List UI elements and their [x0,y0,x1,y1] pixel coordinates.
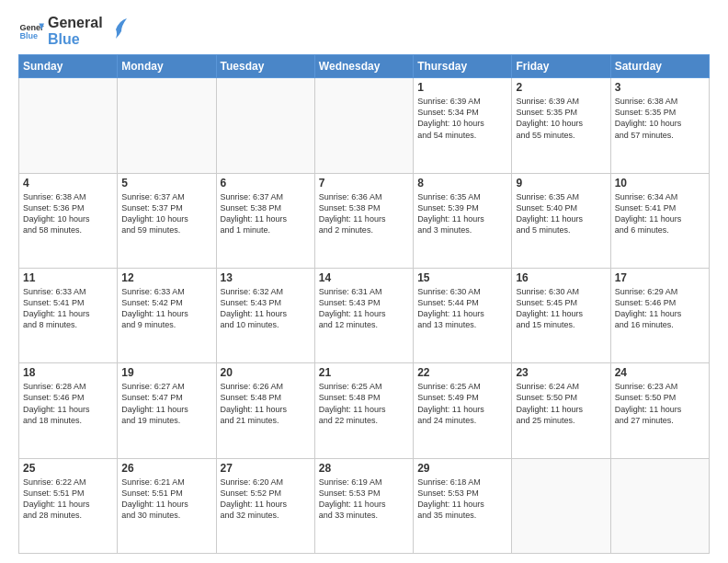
col-wednesday: Wednesday [314,55,413,78]
calendar-table: Sunday Monday Tuesday Wednesday Thursday… [18,54,710,554]
day-number: 4 [23,177,113,190]
calendar-cell: 10Sunrise: 6:34 AM Sunset: 5:41 PM Dayli… [610,173,709,268]
day-info: Sunrise: 6:37 AM Sunset: 5:38 PM Dayligh… [221,191,311,236]
logo-bird-icon [108,17,127,42]
calendar-cell: 27Sunrise: 6:20 AM Sunset: 5:52 PM Dayli… [216,458,314,553]
day-info: Sunrise: 6:38 AM Sunset: 5:35 PM Dayligh… [615,96,705,141]
calendar-week-row: 11Sunrise: 6:33 AM Sunset: 5:41 PM Dayli… [19,268,710,362]
day-number: 8 [417,177,507,190]
day-number: 5 [121,177,211,190]
calendar-cell: 11Sunrise: 6:33 AM Sunset: 5:41 PM Dayli… [19,268,118,362]
day-info: Sunrise: 6:38 AM Sunset: 5:36 PM Dayligh… [23,191,113,236]
calendar-week-row: 4Sunrise: 6:38 AM Sunset: 5:36 PM Daylig… [19,173,710,268]
day-info: Sunrise: 6:34 AM Sunset: 5:41 PM Dayligh… [615,191,705,236]
calendar-cell [512,458,610,553]
day-info: Sunrise: 6:21 AM Sunset: 5:51 PM Dayligh… [121,477,211,522]
day-number: 20 [221,366,311,379]
svg-text:Blue: Blue [19,31,38,40]
day-info: Sunrise: 6:27 AM Sunset: 5:47 PM Dayligh… [121,381,211,426]
day-number: 11 [23,271,113,284]
col-saturday: Saturday [610,55,709,78]
calendar-cell: 9Sunrise: 6:35 AM Sunset: 5:40 PM Daylig… [512,173,610,268]
calendar-cell [216,78,314,173]
day-info: Sunrise: 6:20 AM Sunset: 5:52 PM Dayligh… [221,477,311,522]
calendar-cell: 29Sunrise: 6:18 AM Sunset: 5:53 PM Dayli… [414,458,512,553]
calendar-cell: 7Sunrise: 6:36 AM Sunset: 5:38 PM Daylig… [314,173,413,268]
col-tuesday: Tuesday [216,55,314,78]
day-number: 14 [319,271,409,284]
day-info: Sunrise: 6:23 AM Sunset: 5:50 PM Dayligh… [615,381,705,426]
calendar-cell: 28Sunrise: 6:19 AM Sunset: 5:53 PM Dayli… [314,458,413,553]
day-number: 26 [121,462,211,475]
day-info: Sunrise: 6:36 AM Sunset: 5:38 PM Dayligh… [319,191,409,236]
calendar-cell: 5Sunrise: 6:37 AM Sunset: 5:37 PM Daylig… [118,173,216,268]
day-number: 17 [615,271,705,284]
page: General Blue General Blue Sunday Monday … [0,0,728,563]
day-info: Sunrise: 6:37 AM Sunset: 5:37 PM Dayligh… [121,191,211,236]
col-monday: Monday [118,55,216,78]
calendar-week-row: 25Sunrise: 6:22 AM Sunset: 5:51 PM Dayli… [19,458,710,553]
calendar-cell: 25Sunrise: 6:22 AM Sunset: 5:51 PM Dayli… [19,458,118,553]
day-info: Sunrise: 6:24 AM Sunset: 5:50 PM Dayligh… [516,381,606,426]
day-number: 24 [615,366,705,379]
calendar-cell: 20Sunrise: 6:26 AM Sunset: 5:48 PM Dayli… [216,363,314,458]
day-info: Sunrise: 6:29 AM Sunset: 5:46 PM Dayligh… [615,286,705,331]
day-number: 13 [221,271,311,284]
calendar-cell: 4Sunrise: 6:38 AM Sunset: 5:36 PM Daylig… [19,173,118,268]
day-number: 1 [417,81,507,94]
day-info: Sunrise: 6:33 AM Sunset: 5:42 PM Dayligh… [121,286,211,331]
day-number: 9 [516,177,606,190]
day-number: 10 [615,177,705,190]
header: General Blue General Blue [18,15,710,47]
day-info: Sunrise: 6:31 AM Sunset: 5:43 PM Dayligh… [319,286,409,331]
day-info: Sunrise: 6:35 AM Sunset: 5:40 PM Dayligh… [516,191,606,236]
day-info: Sunrise: 6:30 AM Sunset: 5:44 PM Dayligh… [417,286,507,331]
day-info: Sunrise: 6:33 AM Sunset: 5:41 PM Dayligh… [23,286,113,331]
col-thursday: Thursday [414,55,512,78]
calendar-cell: 18Sunrise: 6:28 AM Sunset: 5:46 PM Dayli… [19,363,118,458]
day-number: 23 [516,366,606,379]
day-number: 3 [615,81,705,94]
day-number: 19 [121,366,211,379]
calendar-body: 1Sunrise: 6:39 AM Sunset: 5:34 PM Daylig… [19,78,710,554]
calendar-cell [118,78,216,173]
calendar-header-row: Sunday Monday Tuesday Wednesday Thursday… [19,55,710,78]
logo-general: General [48,15,103,31]
day-info: Sunrise: 6:25 AM Sunset: 5:48 PM Dayligh… [319,381,409,426]
calendar-cell: 24Sunrise: 6:23 AM Sunset: 5:50 PM Dayli… [610,363,709,458]
calendar-cell: 15Sunrise: 6:30 AM Sunset: 5:44 PM Dayli… [414,268,512,362]
calendar-week-row: 1Sunrise: 6:39 AM Sunset: 5:34 PM Daylig… [19,78,710,173]
calendar-cell: 13Sunrise: 6:32 AM Sunset: 5:43 PM Dayli… [216,268,314,362]
day-number: 18 [23,366,113,379]
day-number: 25 [23,462,113,475]
day-info: Sunrise: 6:39 AM Sunset: 5:34 PM Dayligh… [417,96,507,141]
calendar-cell: 8Sunrise: 6:35 AM Sunset: 5:39 PM Daylig… [414,173,512,268]
calendar-cell: 17Sunrise: 6:29 AM Sunset: 5:46 PM Dayli… [610,268,709,362]
day-number: 6 [221,177,311,190]
day-number: 16 [516,271,606,284]
calendar-week-row: 18Sunrise: 6:28 AM Sunset: 5:46 PM Dayli… [19,363,710,458]
day-info: Sunrise: 6:39 AM Sunset: 5:35 PM Dayligh… [516,96,606,141]
logo-icon: General Blue [18,18,44,44]
day-number: 7 [319,177,409,190]
day-info: Sunrise: 6:19 AM Sunset: 5:53 PM Dayligh… [319,477,409,522]
day-number: 29 [417,462,507,475]
calendar-cell: 22Sunrise: 6:25 AM Sunset: 5:49 PM Dayli… [414,363,512,458]
day-number: 15 [417,271,507,284]
calendar-cell: 12Sunrise: 6:33 AM Sunset: 5:42 PM Dayli… [118,268,216,362]
day-info: Sunrise: 6:25 AM Sunset: 5:49 PM Dayligh… [417,381,507,426]
calendar-cell: 23Sunrise: 6:24 AM Sunset: 5:50 PM Dayli… [512,363,610,458]
day-number: 22 [417,366,507,379]
day-info: Sunrise: 6:35 AM Sunset: 5:39 PM Dayligh… [417,191,507,236]
day-info: Sunrise: 6:30 AM Sunset: 5:45 PM Dayligh… [516,286,606,331]
day-number: 27 [221,462,311,475]
day-number: 2 [516,81,606,94]
day-number: 21 [319,366,409,379]
day-info: Sunrise: 6:22 AM Sunset: 5:51 PM Dayligh… [23,477,113,522]
calendar-cell: 19Sunrise: 6:27 AM Sunset: 5:47 PM Dayli… [118,363,216,458]
day-info: Sunrise: 6:18 AM Sunset: 5:53 PM Dayligh… [417,477,507,522]
col-sunday: Sunday [19,55,118,78]
calendar-cell [610,458,709,553]
calendar-cell: 1Sunrise: 6:39 AM Sunset: 5:34 PM Daylig… [414,78,512,173]
calendar-cell: 3Sunrise: 6:38 AM Sunset: 5:35 PM Daylig… [610,78,709,173]
